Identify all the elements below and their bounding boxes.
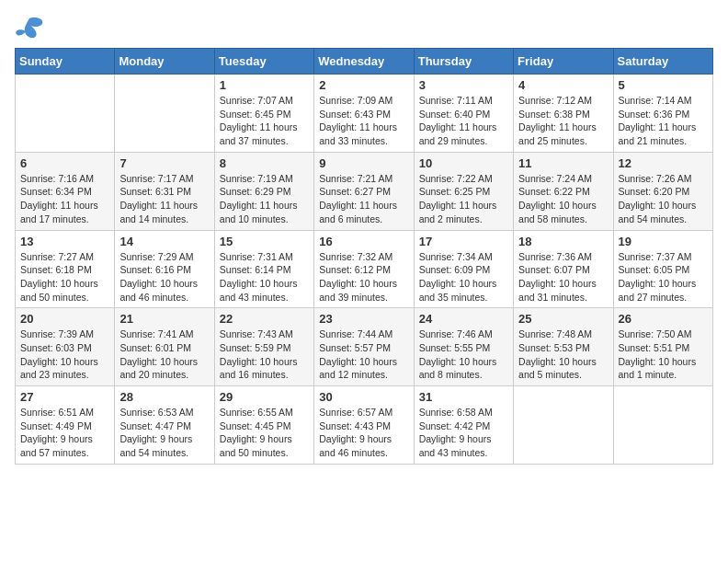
day-number: 21 [119,312,209,326]
calendar-cell: 13Sunrise: 7:27 AM Sunset: 6:18 PM Dayli… [16,230,115,308]
calendar-cell: 28Sunrise: 6:53 AM Sunset: 4:47 PM Dayli… [115,386,214,465]
calendar-cell: 31Sunrise: 6:58 AM Sunset: 4:42 PM Dayli… [414,386,513,465]
calendar-cell: 16Sunrise: 7:32 AM Sunset: 6:12 PM Dayli… [314,230,414,308]
page-header [15,15,713,40]
calendar-cell: 1Sunrise: 7:07 AM Sunset: 6:45 PM Daylig… [214,75,313,153]
day-info: Sunrise: 7:19 AM Sunset: 6:29 PM Dayligh… [220,172,309,226]
calendar-week-3: 13Sunrise: 7:27 AM Sunset: 6:18 PM Dayli… [16,230,713,308]
day-number: 26 [619,312,708,326]
calendar-cell: 17Sunrise: 7:34 AM Sunset: 6:09 PM Dayli… [414,230,513,308]
day-number: 11 [518,156,608,170]
day-info: Sunrise: 7:37 AM Sunset: 6:05 PM Dayligh… [619,250,708,304]
calendar-cell: 2Sunrise: 7:09 AM Sunset: 6:43 PM Daylig… [314,75,414,153]
day-info: Sunrise: 7:39 AM Sunset: 6:03 PM Dayligh… [20,327,109,382]
day-number: 3 [419,78,508,92]
calendar-cell: 6Sunrise: 7:16 AM Sunset: 6:34 PM Daylig… [16,152,115,230]
day-info: Sunrise: 7:46 AM Sunset: 5:55 PM Dayligh… [419,327,508,382]
day-number: 29 [220,390,309,404]
calendar-cell: 20Sunrise: 7:39 AM Sunset: 6:03 PM Dayli… [16,308,115,386]
day-number: 20 [20,312,109,326]
day-number: 10 [419,156,508,170]
day-number: 25 [518,312,608,326]
day-number: 18 [518,235,608,248]
day-number: 8 [220,156,309,170]
day-info: Sunrise: 6:51 AM Sunset: 4:49 PM Dayligh… [20,406,109,460]
calendar-cell: 23Sunrise: 7:44 AM Sunset: 5:57 PM Dayli… [314,308,414,386]
day-info: Sunrise: 7:22 AM Sunset: 6:25 PM Dayligh… [419,172,508,226]
logo-bird-icon [15,15,44,40]
calendar-cell: 12Sunrise: 7:26 AM Sunset: 6:20 PM Dayli… [613,152,712,230]
day-info: Sunrise: 7:26 AM Sunset: 6:20 PM Dayligh… [619,172,708,226]
day-number: 22 [220,312,309,326]
day-number: 23 [319,312,408,326]
calendar-cell: 29Sunrise: 6:55 AM Sunset: 4:45 PM Dayli… [214,386,313,465]
day-number: 2 [319,78,408,92]
day-number: 12 [619,156,708,170]
day-number: 24 [419,312,508,326]
calendar-cell: 24Sunrise: 7:46 AM Sunset: 5:55 PM Dayli… [414,308,513,386]
calendar-cell: 14Sunrise: 7:29 AM Sunset: 6:16 PM Dayli… [115,230,214,308]
day-number: 28 [119,390,209,404]
day-number: 17 [419,235,508,248]
day-info: Sunrise: 7:29 AM Sunset: 6:16 PM Dayligh… [119,250,209,304]
header-friday: Friday [514,49,613,75]
day-number: 1 [220,78,309,92]
day-info: Sunrise: 7:11 AM Sunset: 6:40 PM Dayligh… [419,94,508,148]
logo [15,15,48,40]
calendar-cell: 27Sunrise: 6:51 AM Sunset: 4:49 PM Dayli… [16,386,115,465]
calendar-cell: 11Sunrise: 7:24 AM Sunset: 6:22 PM Dayli… [514,152,613,230]
calendar-cell: 4Sunrise: 7:12 AM Sunset: 6:38 PM Daylig… [514,75,613,153]
day-number: 30 [319,390,408,404]
calendar-cell [514,386,613,465]
calendar-cell: 19Sunrise: 7:37 AM Sunset: 6:05 PM Dayli… [613,230,712,308]
day-info: Sunrise: 7:36 AM Sunset: 6:07 PM Dayligh… [518,250,608,304]
day-number: 9 [319,156,408,170]
day-info: Sunrise: 6:53 AM Sunset: 4:47 PM Dayligh… [119,406,209,460]
day-info: Sunrise: 7:48 AM Sunset: 5:53 PM Dayligh… [518,327,608,382]
day-info: Sunrise: 7:09 AM Sunset: 6:43 PM Dayligh… [319,94,408,148]
calendar-cell [115,75,214,153]
day-info: Sunrise: 7:07 AM Sunset: 6:45 PM Dayligh… [220,94,309,148]
day-number: 4 [518,78,608,92]
day-number: 13 [20,235,109,248]
calendar-week-5: 27Sunrise: 6:51 AM Sunset: 4:49 PM Dayli… [16,386,713,465]
header-sunday: Sunday [16,49,115,75]
calendar-cell: 10Sunrise: 7:22 AM Sunset: 6:25 PM Dayli… [414,152,513,230]
day-info: Sunrise: 6:57 AM Sunset: 4:43 PM Dayligh… [319,406,408,460]
day-info: Sunrise: 7:14 AM Sunset: 6:36 PM Dayligh… [619,94,708,148]
day-number: 6 [20,156,109,170]
calendar-cell: 15Sunrise: 7:31 AM Sunset: 6:14 PM Dayli… [214,230,313,308]
header-thursday: Thursday [414,49,513,75]
calendar-cell: 9Sunrise: 7:21 AM Sunset: 6:27 PM Daylig… [314,152,414,230]
day-info: Sunrise: 7:17 AM Sunset: 6:31 PM Dayligh… [119,172,209,226]
day-info: Sunrise: 7:32 AM Sunset: 6:12 PM Dayligh… [319,250,408,304]
calendar-cell: 18Sunrise: 7:36 AM Sunset: 6:07 PM Dayli… [514,230,613,308]
day-info: Sunrise: 7:31 AM Sunset: 6:14 PM Dayligh… [220,250,309,304]
day-number: 19 [619,235,708,248]
header-monday: Monday [115,49,214,75]
day-info: Sunrise: 7:50 AM Sunset: 5:51 PM Dayligh… [619,327,708,382]
day-number: 15 [220,235,309,248]
calendar-cell: 30Sunrise: 6:57 AM Sunset: 4:43 PM Dayli… [314,386,414,465]
day-number: 31 [419,390,508,404]
calendar-week-4: 20Sunrise: 7:39 AM Sunset: 6:03 PM Dayli… [16,308,713,386]
calendar-cell: 3Sunrise: 7:11 AM Sunset: 6:40 PM Daylig… [414,75,513,153]
day-info: Sunrise: 6:55 AM Sunset: 4:45 PM Dayligh… [220,406,309,460]
calendar-cell: 22Sunrise: 7:43 AM Sunset: 5:59 PM Dayli… [214,308,313,386]
header-wednesday: Wednesday [314,49,414,75]
day-info: Sunrise: 7:41 AM Sunset: 6:01 PM Dayligh… [119,327,209,382]
day-info: Sunrise: 7:34 AM Sunset: 6:09 PM Dayligh… [419,250,508,304]
day-info: Sunrise: 7:21 AM Sunset: 6:27 PM Dayligh… [319,172,408,226]
day-number: 16 [319,235,408,248]
day-info: Sunrise: 7:24 AM Sunset: 6:22 PM Dayligh… [518,172,608,226]
header-tuesday: Tuesday [214,49,313,75]
calendar-cell [16,75,115,153]
day-number: 14 [119,235,209,248]
day-number: 27 [20,390,109,404]
calendar-cell: 7Sunrise: 7:17 AM Sunset: 6:31 PM Daylig… [115,152,214,230]
calendar-cell: 26Sunrise: 7:50 AM Sunset: 5:51 PM Dayli… [613,308,712,386]
calendar-cell: 5Sunrise: 7:14 AM Sunset: 6:36 PM Daylig… [613,75,712,153]
day-info: Sunrise: 7:16 AM Sunset: 6:34 PM Dayligh… [20,172,109,226]
calendar-header-row: SundayMondayTuesdayWednesdayThursdayFrid… [16,49,713,75]
day-info: Sunrise: 7:27 AM Sunset: 6:18 PM Dayligh… [20,250,109,304]
